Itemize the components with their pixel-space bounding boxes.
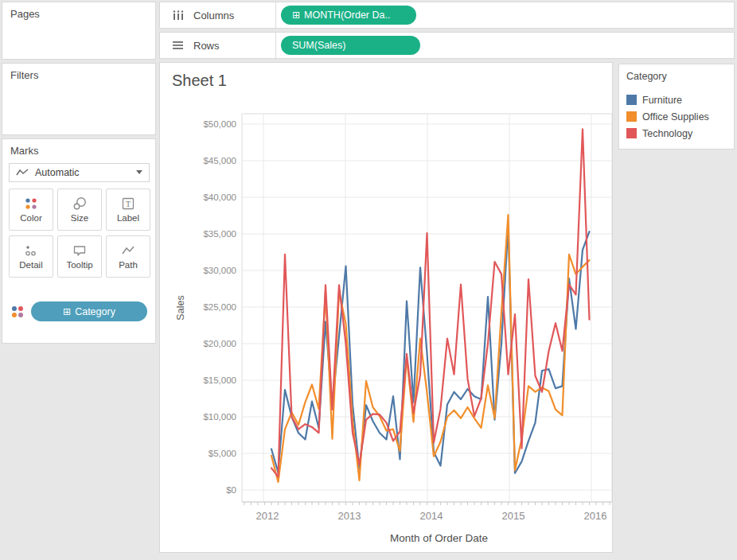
rows-shelf-text: Rows [193,40,220,52]
expand-box-icon: ⊞ [292,10,300,21]
columns-shelf[interactable]: Columns ⊞ MONTH(Order Da.. [159,2,735,29]
x-axis-title: Month of Order Date [390,532,488,544]
rows-pill-label: SUM(Sales) [292,40,345,51]
svg-text:T: T [126,200,131,208]
svg-text:$30,000: $30,000 [203,266,236,275]
size-button[interactable]: Size [57,189,102,231]
sales-line-chart[interactable]: 20122013201420152016$0$5,000$10,000$15,0… [160,63,612,552]
svg-text:$5,000: $5,000 [209,449,236,458]
legend-swatch [626,95,637,105]
chevron-down-icon [136,170,142,174]
rows-icon [171,39,185,52]
svg-text:$15,000: $15,000 [203,375,236,385]
columns-pill-month-order-date[interactable]: ⊞ MONTH(Order Da.. [281,6,416,25]
label-icon: T [120,196,136,212]
legend-swatch [626,128,637,138]
expand-box-icon: ⊞ [63,306,71,317]
svg-text:$40,000: $40,000 [203,192,236,202]
svg-text:$10,000: $10,000 [203,412,236,422]
pages-shelf[interactable]: Pages [2,2,156,60]
pages-title: Pages [10,8,40,20]
svg-text:$50,000: $50,000 [203,119,236,129]
rows-shelf[interactable]: Rows SUM(Sales) [159,32,735,59]
svg-text:$35,000: $35,000 [203,229,236,239]
category-pill-label: Category [75,306,115,317]
svg-text:2016: 2016 [584,510,607,522]
detail-button[interactable]: Detail [9,235,53,278]
label-button[interactable]: TLabel [106,189,150,231]
svg-text:2013: 2013 [338,510,361,522]
legend-items: FurnitureOffice SuppliesTechnology [626,91,709,142]
columns-shelf-text: Columns [193,10,234,21]
svg-text:$0: $0 [226,485,236,495]
legend-item-furniture[interactable]: Furniture [626,91,709,108]
columns-icon [171,9,185,21]
y-axis-title: Sales [175,295,186,320]
color-button[interactable]: Color [9,189,53,231]
columns-pill-label: MONTH(Order Da.. [304,10,390,21]
rows-shelf-label: Rows [160,33,276,58]
size-icon [72,196,88,212]
svg-text:2014: 2014 [420,510,443,522]
legend-swatch [626,111,637,122]
legend-item-office-supplies[interactable]: Office Supplies [626,108,709,125]
svg-text:$20,000: $20,000 [203,339,236,348]
tooltip-button[interactable]: Tooltip [57,235,102,278]
mark-type-value: Automatic [35,167,80,178]
detail-icon [23,243,39,259]
svg-text:2015: 2015 [502,510,525,522]
marks-title: Marks [10,145,38,157]
category-pill[interactable]: ⊞ Category [31,301,147,321]
tooltip-icon [72,243,88,259]
category-legend[interactable]: Category FurnitureOffice SuppliesTechnol… [618,64,735,150]
rows-pill-sum-sales[interactable]: SUM(Sales) [281,36,420,55]
filters-title: Filters [10,69,38,81]
svg-text:$45,000: $45,000 [203,156,236,165]
line-mark-icon [15,167,29,178]
svg-text:$25,000: $25,000 [203,302,236,312]
path-icon [120,243,136,259]
legend-title: Category [626,71,667,82]
columns-shelf-label: Columns [160,2,276,28]
path-button[interactable]: Path [106,235,150,278]
category-color-dots-icon [10,305,25,321]
filters-shelf[interactable]: Filters [2,63,156,135]
marks-card: Marks Automatic ColorSizeTLabelDetailToo… [2,138,156,344]
svg-text:2012: 2012 [256,510,279,522]
legend-item-technology[interactable]: Technology [626,125,709,142]
mark-type-dropdown[interactable]: Automatic [9,163,150,182]
color-icon [23,196,39,212]
sheet-card: Sheet 1 20122013201420152016$0$5,000$10,… [159,62,613,553]
